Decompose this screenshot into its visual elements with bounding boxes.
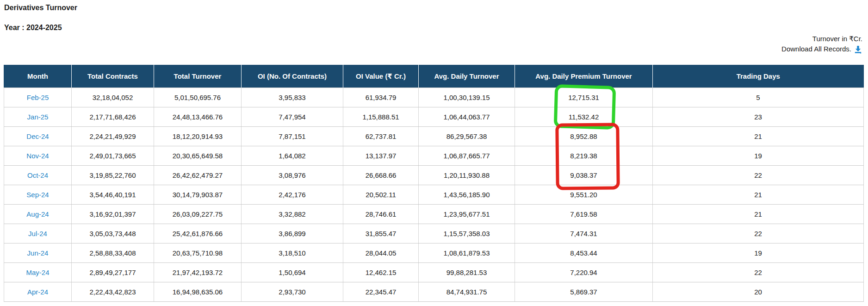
table-row: Oct-243,19,85,22,76026,42,62,479.273,08,… <box>4 166 864 185</box>
value-cell: 7,87,151 <box>242 127 343 146</box>
value-cell: 1,50,694 <box>242 263 343 282</box>
value-cell: 5,869.37 <box>515 282 653 302</box>
value-cell: 23 <box>653 107 864 127</box>
value-cell: 1,06,87,665.77 <box>419 146 515 166</box>
value-cell: 84,74,931.75 <box>419 282 515 302</box>
month-cell: May-24 <box>4 263 72 282</box>
month-cell: Dec-24 <box>4 127 72 146</box>
value-cell: 22,345.47 <box>343 282 419 302</box>
value-cell: 1,06,44,063.77 <box>419 107 515 127</box>
value-cell: 1,00,30,139.15 <box>419 88 515 107</box>
value-cell: 61,934.79 <box>343 88 419 107</box>
column-header-oi-no-of-contracts: OI (No. Of Contracts) <box>242 65 343 88</box>
download-icon[interactable] <box>854 45 862 54</box>
month-link[interactable]: Oct-24 <box>27 171 48 179</box>
value-cell: 1,08,61,879.53 <box>419 244 515 263</box>
value-cell: 3,19,85,22,760 <box>72 166 154 185</box>
month-link[interactable]: Jun-24 <box>27 249 49 257</box>
value-cell: 28,746.61 <box>343 205 419 224</box>
download-all-records-link[interactable]: Download All Records. <box>781 44 862 54</box>
value-cell: 8,219.38 <box>515 146 653 166</box>
value-cell: 3,86,899 <box>242 224 343 244</box>
value-cell: 1,23,95,677.51 <box>419 205 515 224</box>
download-all-records-label: Download All Records. <box>781 44 851 54</box>
table-meta-block: Turnover in ₹Cr. Download All Records. <box>781 34 862 54</box>
year-label: Year : 2024-2025 <box>4 24 62 32</box>
value-cell: 3,05,03,73,448 <box>72 224 154 244</box>
month-link[interactable]: May-24 <box>26 269 49 276</box>
month-link[interactable]: Nov-24 <box>26 152 49 160</box>
value-cell: 3,32,882 <box>242 205 343 224</box>
month-cell: Jan-25 <box>4 107 72 127</box>
month-cell: Jul-24 <box>4 224 72 244</box>
month-cell: Feb-25 <box>4 88 72 107</box>
value-cell: 9,038.37 <box>515 166 653 185</box>
table-row: Feb-2532,18,04,0525,01,50,695.763,95,833… <box>4 88 864 107</box>
derivatives-table: MonthTotal ContractsTotal TurnoverOI (No… <box>4 65 864 302</box>
value-cell: 7,47,954 <box>242 107 343 127</box>
value-cell: 28,044.05 <box>343 244 419 263</box>
value-cell: 26,42,62,479.27 <box>154 166 242 185</box>
table-row: Aug-243,16,92,01,39726,03,09,227.753,32,… <box>4 205 864 224</box>
month-link[interactable]: Sep-24 <box>26 191 49 199</box>
value-cell: 25,42,61,876.66 <box>154 224 242 244</box>
month-cell: Nov-24 <box>4 146 72 166</box>
month-link[interactable]: Jan-25 <box>27 113 49 121</box>
table-row: Apr-242,22,43,42,82316,94,98,635.062,93,… <box>4 282 864 302</box>
value-cell: 24,48,13,466.76 <box>154 107 242 127</box>
value-cell: 2,17,71,68,426 <box>72 107 154 127</box>
value-cell: 8,453.44 <box>515 244 653 263</box>
value-cell: 1,15,888.51 <box>343 107 419 127</box>
value-cell: 2,93,730 <box>242 282 343 302</box>
header-row: MonthTotal ContractsTotal TurnoverOI (No… <box>4 65 864 88</box>
month-cell: Apr-24 <box>4 282 72 302</box>
month-link[interactable]: Jul-24 <box>28 230 47 237</box>
month-cell: Oct-24 <box>4 166 72 185</box>
value-cell: 21,97,42,193.72 <box>154 263 242 282</box>
page-title: Derivatives Turnover <box>4 4 77 12</box>
column-header-avg-daily-premium-turnover: Avg. Daily Premium Turnover <box>515 65 653 88</box>
value-cell: 26,03,09,227.75 <box>154 205 242 224</box>
value-cell: 86,29,567.38 <box>419 127 515 146</box>
table-body: Feb-2532,18,04,0525,01,50,695.763,95,833… <box>4 88 864 302</box>
value-cell: 7,474.31 <box>515 224 653 244</box>
value-cell: 16,94,98,635.06 <box>154 282 242 302</box>
column-header-trading-days: Trading Days <box>653 65 864 88</box>
value-cell: 3,54,46,40,191 <box>72 185 154 205</box>
month-link[interactable]: Dec-24 <box>26 132 49 140</box>
month-link[interactable]: Apr-24 <box>27 288 48 296</box>
value-cell: 22 <box>653 166 864 185</box>
column-header-oi-value-cr: OI Value (₹ Cr.) <box>343 65 419 88</box>
value-cell: 2,24,21,49,929 <box>72 127 154 146</box>
value-cell: 62,737.81 <box>343 127 419 146</box>
value-cell: 3,18,510 <box>242 244 343 263</box>
value-cell: 30,14,79,903.87 <box>154 185 242 205</box>
value-cell: 3,16,92,01,397 <box>72 205 154 224</box>
value-cell: 13,137.97 <box>343 146 419 166</box>
month-link[interactable]: Feb-25 <box>27 94 49 101</box>
value-cell: 2,22,43,42,823 <box>72 282 154 302</box>
value-cell: 19 <box>653 244 864 263</box>
column-header-total-contracts: Total Contracts <box>72 65 154 88</box>
value-cell: 21 <box>653 127 864 146</box>
value-cell: 21 <box>653 185 864 205</box>
value-cell: 2,42,176 <box>242 185 343 205</box>
value-cell: 1,64,082 <box>242 146 343 166</box>
value-cell: 32,18,04,052 <box>72 88 154 107</box>
derivatives-turnover-page: Derivatives Turnover Year : 2024-2025 Tu… <box>0 0 868 306</box>
month-cell: Aug-24 <box>4 205 72 224</box>
value-cell: 20,30,65,649.58 <box>154 146 242 166</box>
turnover-unit-label: Turnover in ₹Cr. <box>781 34 862 44</box>
value-cell: 12,462.15 <box>343 263 419 282</box>
month-cell: Sep-24 <box>4 185 72 205</box>
value-cell: 1,20,11,930.88 <box>419 166 515 185</box>
value-cell: 7,220.94 <box>515 263 653 282</box>
value-cell: 20 <box>653 282 864 302</box>
column-header-avg-daily-turnover: Avg. Daily Turnover <box>419 65 515 88</box>
value-cell: 2,89,49,27,177 <box>72 263 154 282</box>
value-cell: 3,95,833 <box>242 88 343 107</box>
value-cell: 8,952.88 <box>515 127 653 146</box>
month-cell: Jun-24 <box>4 244 72 263</box>
value-cell: 2,58,88,33,408 <box>72 244 154 263</box>
month-link[interactable]: Aug-24 <box>26 210 49 218</box>
